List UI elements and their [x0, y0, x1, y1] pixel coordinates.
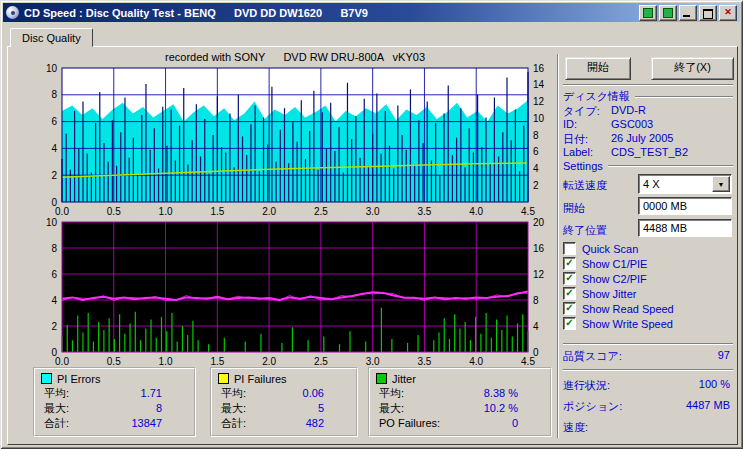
svg-text:0.0: 0.0 — [55, 356, 69, 367]
maximize-button[interactable] — [699, 5, 717, 21]
pi-failures-color-swatch — [218, 373, 229, 384]
start-button[interactable]: 開始 — [565, 57, 631, 80]
header-rule — [608, 165, 733, 167]
panel-separator — [557, 54, 559, 438]
max-label: 最大: — [44, 401, 69, 416]
checkbox-label: Show C2/PIF — [582, 273, 647, 285]
svg-text:8: 8 — [533, 295, 539, 306]
jitter-title: Jitter — [392, 373, 416, 385]
transfer-speed-select[interactable]: 4 X ▼ — [638, 174, 732, 194]
titlebar: CD Speed : Disc Quality Test - BENQ DVD … — [3, 3, 740, 22]
quality-score-value: 97 — [718, 349, 730, 361]
disc-date-value: 26 July 2005 — [611, 132, 673, 144]
svg-text:6: 6 — [51, 116, 57, 127]
checkbox-row-show-read-speed[interactable]: ✓Show Read Speed — [563, 301, 735, 316]
checkbox-row-show-jitter[interactable]: ✓Show Jitter — [563, 286, 735, 301]
svg-text:2.5: 2.5 — [314, 206, 328, 217]
checkbox-row-quick-scan[interactable]: Quick Scan — [563, 241, 735, 256]
svg-text:8: 8 — [533, 130, 539, 141]
start-position-label: 開始 — [563, 201, 585, 216]
progress-label: 進行状況: — [563, 378, 610, 393]
checkbox-row-show-write-speed[interactable]: ✓Show Write Speed — [563, 316, 735, 331]
svg-text:4: 4 — [533, 321, 539, 332]
max-label: 最大: — [379, 401, 404, 416]
avg-label: 平均: — [379, 386, 404, 401]
tab-disc-quality[interactable]: Disc Quality — [10, 28, 93, 47]
divider — [563, 369, 733, 371]
svg-text:1.0: 1.0 — [159, 356, 173, 367]
checkbox[interactable]: ✓ — [563, 257, 576, 270]
quality-score-label: 品質スコア: — [563, 349, 622, 364]
svg-text:3.5: 3.5 — [417, 206, 431, 217]
app-window: CD Speed : Disc Quality Test - BENQ DVD … — [0, 0, 743, 449]
exit-button[interactable]: 終了(X) — [651, 57, 734, 80]
svg-text:8: 8 — [51, 243, 57, 254]
disc-label-value: CDS_TEST_B2 — [611, 146, 688, 158]
svg-text:2.5: 2.5 — [314, 356, 328, 367]
disc-info-header: ディスク情報 — [563, 89, 733, 104]
svg-text:4.5: 4.5 — [521, 356, 535, 367]
start-position-input[interactable]: 0000 MB — [638, 197, 732, 215]
app-disc-icon[interactable] — [6, 6, 19, 19]
checkbox[interactable]: ✓ — [563, 287, 576, 300]
po-failures-value: 0 — [512, 416, 518, 431]
svg-text:2: 2 — [51, 321, 57, 332]
svg-text:12: 12 — [533, 269, 545, 280]
end-position-label: 終了位置 — [563, 223, 607, 238]
minimize-icon — [683, 15, 690, 17]
svg-text:14: 14 — [533, 79, 545, 90]
svg-text:3.0: 3.0 — [366, 356, 380, 367]
svg-text:0.5: 0.5 — [107, 206, 121, 217]
checkbox-label: Quick Scan — [582, 243, 638, 255]
svg-text:4: 4 — [533, 163, 539, 174]
green-window-icon-2[interactable] — [659, 5, 677, 21]
svg-text:8: 8 — [51, 89, 57, 100]
speed-label: 速度: — [563, 420, 588, 435]
max-value: 8 — [156, 401, 162, 416]
pi-errors-color-swatch — [41, 373, 52, 384]
svg-text:10: 10 — [46, 218, 58, 228]
end-position-input[interactable]: 4488 MB — [638, 219, 732, 237]
checkbox-label: Show C1/PIE — [582, 258, 647, 270]
pi-failures-title: PI Failures — [234, 373, 287, 385]
svg-text:0.5: 0.5 — [107, 356, 121, 367]
green-window-icon[interactable] — [639, 5, 657, 21]
pi-failures-stats-box: PI Failures 平均:0.06 最大:5 合計:482 — [210, 367, 358, 437]
checkbox-row-show-c1-pie[interactable]: ✓Show C1/PIE — [563, 256, 735, 271]
avg-value: 0.06 — [303, 386, 324, 401]
settings-checkbox-list: Quick Scan✓Show C1/PIE✓Show C2/PIF✓Show … — [563, 241, 735, 331]
window-title: CD Speed : Disc Quality Test - BENQ DVD … — [24, 7, 637, 19]
checkbox[interactable]: ✓ — [563, 302, 576, 315]
transfer-speed-label: 転送速度 — [563, 178, 607, 193]
close-button[interactable]: ✕ — [719, 5, 737, 21]
svg-text:4.0: 4.0 — [469, 206, 483, 217]
recorded-with-label: recorded with SONY DVD RW DRU-800A vKY03 — [62, 51, 528, 63]
total-label: 合計: — [44, 416, 69, 431]
checkbox-row-show-c2-pif[interactable]: ✓Show C2/PIF — [563, 271, 735, 286]
position-value: 4487 MB — [686, 399, 730, 411]
transfer-speed-value: 4 X — [643, 178, 660, 190]
max-value: 5 — [318, 401, 324, 416]
disc-type-value: DVD-R — [611, 104, 646, 116]
settings-header-label: Settings — [563, 160, 603, 172]
checkbox[interactable] — [563, 242, 576, 255]
header-rule — [635, 96, 733, 98]
settings-header: Settings — [563, 160, 733, 172]
chevron-down-icon[interactable]: ▼ — [712, 176, 730, 192]
jitter-stats-box: Jitter 平均:8.38 % 最大:10.2 % PO Failures:0 — [368, 367, 552, 437]
svg-text:16: 16 — [533, 64, 545, 74]
checkbox[interactable]: ✓ — [563, 272, 576, 285]
checkbox[interactable]: ✓ — [563, 317, 576, 330]
disc-date-label: 日付: — [563, 132, 588, 147]
position-label: ポジション: — [563, 399, 622, 414]
svg-text:6: 6 — [533, 146, 539, 157]
svg-text:10: 10 — [533, 113, 545, 124]
avg-value: 1.71 — [141, 386, 162, 401]
disc-id-value: GSC003 — [611, 118, 653, 130]
po-failures-label: PO Failures: — [379, 416, 440, 431]
total-label: 合計: — [221, 416, 246, 431]
minimize-button[interactable] — [679, 5, 697, 21]
svg-text:2.0: 2.0 — [262, 206, 276, 217]
svg-text:2: 2 — [51, 170, 57, 181]
pif-jitter-chart: 10864202016128400.00.51.01.52.02.53.03.5… — [30, 218, 554, 368]
